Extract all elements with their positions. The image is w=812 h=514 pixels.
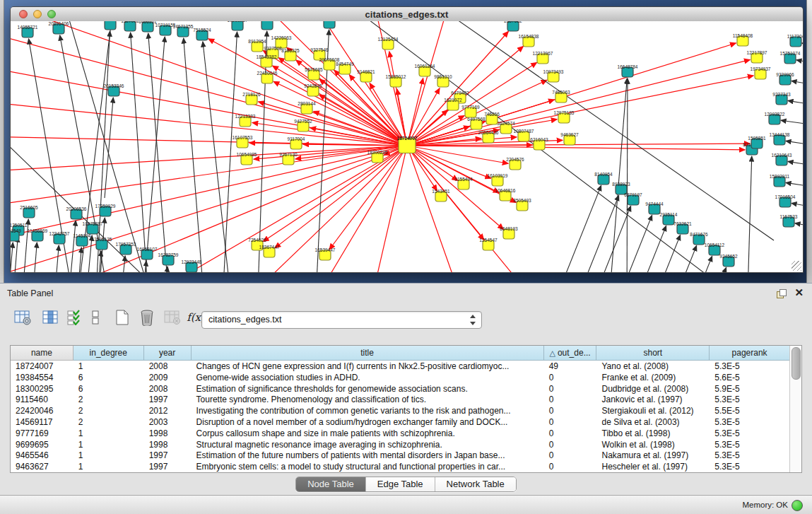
table-row[interactable]: 969969511998Structural magnetic resonanc… [11,439,790,450]
table-cell: 9777169 [11,428,73,439]
column-header-name[interactable]: name [11,346,73,361]
table-cell: 2003 [144,416,192,428]
table-cell: 0 [544,461,597,472]
graph-node-label: 7254026 [248,238,266,243]
table-scrollbar[interactable] [789,346,801,472]
memory-status-indicator[interactable] [792,500,803,511]
table-cell: Nakamura et al. (1997) [597,450,710,461]
graph-node-label: 7632621 [673,221,692,226]
table-settings-icon[interactable] [13,308,33,327]
graph-node-label: 391549 [11,228,21,233]
column-header-indegree[interactable]: in_degree [73,346,144,361]
table-cell: 1 [73,461,144,472]
table-cell: de Silva et al. (2003) [597,416,710,428]
table-cell: Wolkin et al. (1998) [597,439,710,450]
table-body: 1872400712008Changes of HCN gene express… [11,361,790,472]
table-header-row: namein_degreeyeartitle△out_de...shortpag… [11,346,790,361]
table-row[interactable]: 946554611997Estimation of the future num… [11,450,790,461]
tab-network-table[interactable]: Network Table [435,477,516,491]
graph-node[interactable] [261,21,273,30]
network-canvas[interactable]: 1830029589129541422606393275081854338281… [11,21,803,272]
row-check-icon[interactable] [65,308,85,327]
table-cell: 18300295 [11,383,73,395]
table-cell: 2008 [144,383,192,395]
table-cell: 1 [73,450,144,461]
graph-node-label: 6466161 [139,21,157,24]
graph-node-label: 19734937 [751,66,771,71]
table-cell: 5.3E-5 [710,461,790,472]
graph-node-label: 10646816 [495,188,516,193]
resize-grip[interactable] [792,261,801,271]
table-row[interactable]: 1456911722003Disruption of a novel membe… [11,416,790,428]
table-cell: 1998 [144,439,192,450]
table-cell: Yano et al. (2008) [597,361,710,372]
table-row[interactable]: 946362711997Embryonic stem cells: a mode… [11,461,790,472]
graph-node-label: 8912954 [248,39,266,44]
graph-node-label: 10973493 [543,69,564,74]
delete-icon[interactable] [137,308,157,327]
graph-node-label: 17016504 [775,194,796,199]
tab-edge-table[interactable]: Edge Table [366,477,435,491]
table-select-dropdown[interactable]: citations_edges.txt [201,311,482,329]
table-row[interactable]: 1830029562008Estimation of significance … [11,383,790,395]
table-row[interactable]: 911546021997Tourette syndrome. Phenomeno… [11,394,790,405]
graph-node-label: 1543451 [432,189,450,194]
graph-node-label: 8186325 [281,48,300,53]
table-cell: 1 [73,428,144,439]
graph-node-label: 8648193 [500,226,518,231]
network-graph[interactable]: 1830029589129541422606393275081854338281… [11,21,803,272]
graph-node-label: 16061264 [415,64,435,69]
table-cell: 2 [73,416,144,428]
table-row[interactable]: 1938455462009Genome-wide association stu… [11,372,790,383]
graph-node-label: 20153346 [104,83,124,88]
graph-node[interactable] [399,139,416,153]
table-cell: 5.3E-5 [710,394,790,405]
table-row[interactable]: 977716911998Corpus callosum shape and si… [11,428,790,439]
table-cell: 19384554 [11,372,73,383]
graph-node-label: 7515524 [193,28,211,33]
graph-node-label: 20364436 [478,130,499,135]
table-cell: 1 [73,361,144,372]
graph-node-label: 12217897 [747,50,767,55]
graph-node-label: 9327546 [310,47,329,52]
table-tabbar: Node TableEdge TableNetwork Table [0,477,812,493]
tab-node-table[interactable]: Node Table [296,477,366,491]
table-cell: 1997 [144,450,192,461]
column-header-outde[interactable]: △out_de... [544,346,597,361]
graph-node-label: 18367447 [259,245,280,250]
table-toolbar: f(x) citations_edges.txt [13,303,790,332]
graph-node-label: 11548408 [733,33,753,38]
graph-node-label: 9861310 [434,74,452,79]
graph-node-label: 9242845 [304,83,322,88]
new-document-icon[interactable] [112,308,132,327]
graph-node[interactable] [105,21,116,30]
column-header-short[interactable]: short [596,346,710,361]
graph-node-label: 20891406 [49,21,69,26]
table-row[interactable]: 1872400712008Changes of HCN gene express… [11,361,790,372]
graph-node-label: 2935114 [660,212,678,217]
column-header-title[interactable]: title [192,346,544,361]
graph-node-label: 2803144 [298,101,316,106]
graph-node[interactable] [324,21,335,28]
float-panel-icon[interactable] [777,289,787,298]
graph-node-label: 9245652 [719,254,738,259]
table-cell: 0 [544,394,597,405]
window-titlebar[interactable]: citations_edges.txt [11,7,803,22]
close-panel-icon[interactable]: ✕ [794,286,804,299]
table-cell: Investigating the contribution of common… [192,405,544,416]
table-row[interactable]: 2242004622012Investigating the contribut… [11,405,790,416]
table-cell: 5.3E-5 [710,416,790,428]
table-cell: 14569117 [11,416,73,428]
graph-node-label: 8471676 [690,232,708,237]
column-header-pagerank[interactable]: pagerank [710,346,790,361]
table-cell: 5.6E-5 [710,372,790,383]
graph-node-label: 14226063 [271,35,292,40]
column-header-year[interactable]: year [144,346,192,361]
scrollbar-thumb[interactable] [792,347,801,380]
column-select-icon[interactable] [41,308,61,327]
window-title: citations_edges.txt [11,9,803,20]
graph-node-label: 5675685 [305,67,323,72]
graph-node-label: 17957253 [116,242,136,247]
rows-icon[interactable] [86,308,105,327]
graph-node-label: 8140954 [594,172,613,177]
